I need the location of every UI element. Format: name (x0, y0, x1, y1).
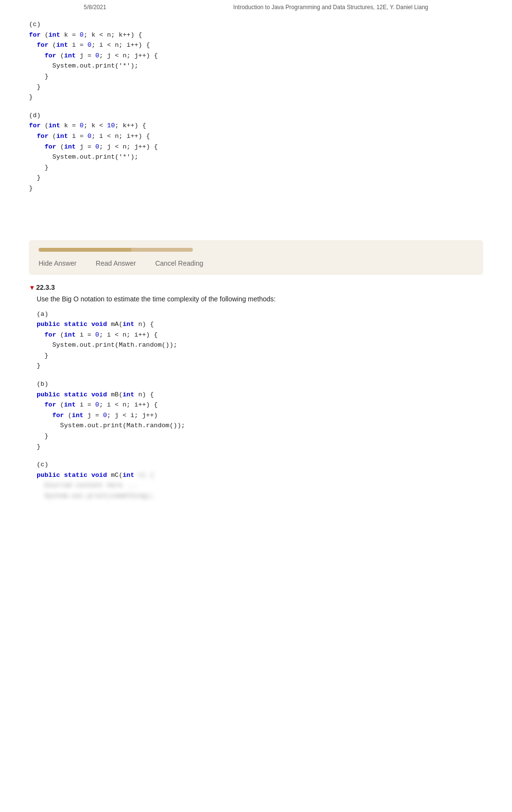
code-line-d6: } (29, 173, 483, 183)
section-22-3-3-header: ▼ 22.3.3 (29, 284, 483, 291)
code-line-d3: for (int j = 0; j < n; j++) { (29, 142, 483, 152)
code-line-c3: for (int j = 0; j < n; j++) { (29, 51, 483, 61)
code-section-c-top: (c) for (int k = 0; k < n; k++) { for (i… (29, 19, 483, 103)
code-line-d7: } (29, 183, 483, 194)
sub-label-b: (b) (37, 379, 483, 390)
code-section-a: (a) public static void mA(int n) { for (… (29, 309, 483, 372)
spacer (29, 202, 483, 226)
sub-a-line1: public static void mA(int n) { (37, 319, 483, 330)
code-line-c5: } (29, 71, 483, 82)
sub-b-line5: } (37, 431, 483, 442)
code-section-c-bottom: (c) public static void mC(int n) { blurr… (29, 460, 483, 501)
code-line-c2: for (int i = 0; i < n; i++) { (29, 40, 483, 51)
answer-progress-bar (39, 248, 193, 252)
sub-a-line2: for (int i = 0; i < n; i++) { (37, 330, 483, 340)
code-line-d2: for (int i = 0; i < n; i++) { (29, 131, 483, 142)
sub-a-line5: } (37, 361, 483, 371)
sub-b-line2: for (int i = 0; i < n; i++) { (37, 400, 483, 410)
code-line-c6: } (29, 82, 483, 93)
code-line-d5: } (29, 162, 483, 173)
section-description: Use the Big O notation to estimate the t… (29, 294, 483, 304)
sub-b-line6: } (37, 442, 483, 452)
code-line-c1: for (int k = 0; k < n; k++) { (29, 30, 483, 41)
blurred-line-2: System.out.print(something); (37, 491, 483, 501)
sub-c-line1: public static void mC(int n) { (37, 470, 483, 481)
sub-label-a: (a) (37, 309, 483, 320)
header-date: 5/8/2021 (84, 4, 107, 11)
code-line-d4: System.out.print('*'); (29, 152, 483, 162)
code-section-b: (b) public static void mB(int n) { for (… (29, 379, 483, 452)
triangle-icon: ▼ (29, 284, 35, 291)
blurred-line-1: blurred content here ... (37, 480, 483, 491)
code-section-d-top: (d) for (int k = 0; k < 10; k++) { for (… (29, 110, 483, 194)
cancel-reading-button[interactable]: Cancel Reading (155, 258, 203, 268)
sub-a-line3: System.out.print(Math.random()); (37, 340, 483, 351)
code-line-d1: for (int k = 0; k < 10; k++) { (29, 121, 483, 131)
section-number: 22.3.3 (36, 284, 55, 291)
answer-buttons-row: Hide Answer Read Answer Cancel Reading (39, 258, 473, 268)
sub-a-line4: } (37, 351, 483, 361)
sub-label-c-bottom: (c) (37, 460, 483, 470)
hide-answer-button[interactable]: Hide Answer (39, 258, 77, 268)
answer-bar: Hide Answer Read Answer Cancel Reading (29, 240, 483, 275)
blurred-content: blurred content here ... System.out.prin… (37, 480, 483, 501)
code-line-c4: System.out.print('*'); (29, 61, 483, 71)
sub-b-line4: System.out.print(Math.random()); (37, 420, 483, 431)
sub-b-line1: public static void mB(int n) { (37, 390, 483, 400)
header-title: Introduction to Java Programming and Dat… (233, 4, 428, 11)
main-content: (c) for (int k = 0; k < n; k++) { for (i… (0, 14, 512, 519)
code-label-d: (d) (29, 110, 483, 121)
code-label-c: (c) (29, 19, 483, 30)
page-header: 5/8/2021 Introduction to Java Programmin… (0, 0, 512, 14)
read-answer-button[interactable]: Read Answer (96, 258, 136, 268)
code-line-c7: } (29, 92, 483, 103)
sub-b-line3: for (int j = 0; j < i; j++) (37, 410, 483, 421)
